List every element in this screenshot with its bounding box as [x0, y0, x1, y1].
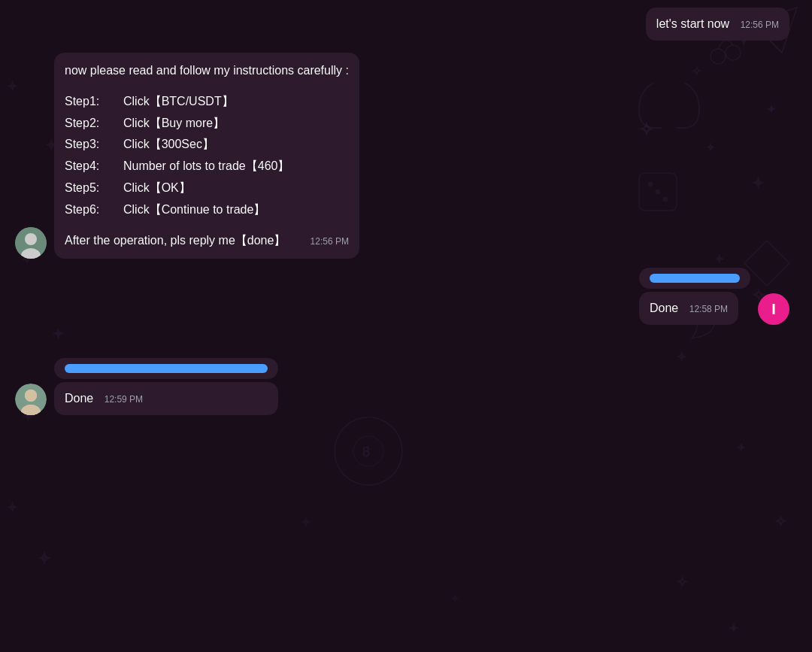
svg-point-36 [25, 233, 37, 245]
step3-label: Step3: [65, 134, 117, 156]
bubble-text-sent-1: let's start now [656, 17, 729, 30]
step-2: Step2: Click【Buy more】 [65, 113, 349, 135]
svg-point-24 [353, 436, 383, 466]
step1-label: Step1: [65, 91, 117, 113]
voice-indicator-received [65, 364, 268, 373]
message-row-sent-2: Done 12:58 PM I [15, 268, 797, 325]
bubble-text-done-2: Done [65, 392, 93, 405]
bubble-time-sent-1: 12:56 PM [741, 20, 779, 30]
svg-text:✧: ✧ [677, 575, 688, 590]
avatar-person1 [15, 227, 47, 259]
intro-text: now please read and follow my instructio… [65, 60, 349, 82]
avatar-person2 [15, 384, 47, 415]
steps-text: now please read and follow my instructio… [65, 60, 349, 251]
chat-container: let's start now 12:56 PM now please read… [0, 0, 812, 423]
step5-action: Click【OK】 [123, 177, 191, 199]
svg-text:✧: ✧ [451, 593, 459, 604]
received-done-group: Done 12:59 PM [54, 358, 278, 415]
voice-bubble-received [54, 358, 278, 379]
step2-label: Step2: [65, 113, 117, 135]
step-6: Step6: Click【Continue to trade】 [65, 199, 349, 221]
svg-text:✦: ✦ [737, 441, 746, 453]
sent-done-group: Done 12:58 PM [639, 268, 750, 325]
bubble-time-received-2: 12:59 PM [105, 394, 143, 405]
step-1: Step1: Click【BTC/USDT】 [65, 91, 349, 113]
step5-label: Step5: [65, 177, 117, 199]
bubble-sent-2: Done 12:58 PM [639, 292, 738, 325]
step-3: Step3: Click【300Sec】 [65, 134, 349, 156]
svg-point-23 [335, 417, 402, 485]
spacer [15, 334, 797, 349]
svg-point-41 [25, 390, 37, 402]
voice-indicator-sent [650, 274, 740, 283]
svg-text:✦: ✦ [38, 549, 51, 568]
done-bubble-1-wrap [639, 268, 750, 289]
bubble-received-2: Done 12:59 PM [54, 382, 278, 415]
voice-bubble-sent [639, 268, 750, 289]
step4-label: Step4: [65, 156, 117, 177]
svg-text:✧: ✧ [774, 513, 787, 529]
message-row-sent-1: let's start now 12:56 PM [15, 8, 797, 41]
outro-row: After the operation, pls reply me【done】 … [65, 230, 349, 252]
svg-text:✦: ✦ [8, 501, 17, 514]
avatar-self: I [758, 293, 789, 325]
step3-action: Click【300Sec】 [123, 134, 214, 156]
bubble-time-sent-2: 12:58 PM [689, 304, 728, 314]
step-4: Step4: Number of lots to trade【460】 [65, 156, 349, 177]
step1-action: Click【BTC/USDT】 [123, 91, 234, 113]
bubble-sent-1: let's start now 12:56 PM [646, 8, 789, 41]
step-5: Step5: Click【OK】 [65, 177, 349, 199]
message-row-received-1: now please read and follow my instructio… [15, 53, 797, 259]
bubble-text-done-1: Done [650, 302, 678, 314]
svg-text:✦: ✦ [301, 516, 311, 529]
bubble-time-received-1: 12:56 PM [311, 234, 349, 250]
outro-text: After the operation, pls reply me【done】 [65, 230, 286, 252]
step4-action: Number of lots to trade【460】 [123, 156, 289, 177]
svg-text:✦: ✦ [729, 622, 738, 634]
bubble-received-1: now please read and follow my instructio… [54, 53, 359, 259]
step2-action: Click【Buy more】 [123, 113, 225, 135]
step6-action: Click【Continue to trade】 [123, 199, 265, 221]
message-row-received-2: Done 12:59 PM [15, 358, 797, 415]
step6-label: Step6: [65, 199, 117, 221]
svg-text:8: 8 [362, 444, 370, 459]
